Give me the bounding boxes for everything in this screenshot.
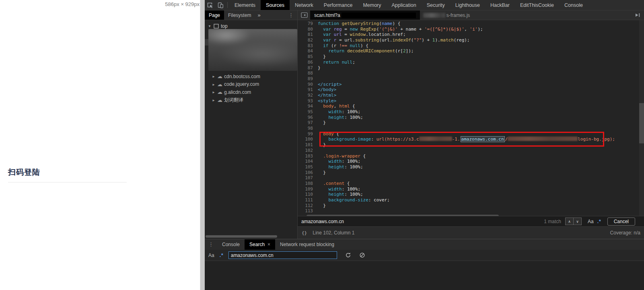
- inspect-element-icon[interactable]: [205, 0, 215, 10]
- code-line: 109 width: 100%;: [298, 186, 644, 192]
- code-text: if (r !== null) {: [318, 43, 368, 49]
- regex-toggle[interactable]: .*: [597, 219, 601, 224]
- tree-item-item[interactable]: ▸☁划词翻译: [205, 96, 297, 104]
- line-number[interactable]: 110: [298, 192, 318, 197]
- line-number[interactable]: 90: [298, 82, 318, 87]
- previous-match-button[interactable]: ∧: [565, 218, 574, 225]
- line-number[interactable]: 88: [298, 70, 318, 76]
- device-toolbar-icon[interactable]: [215, 0, 226, 10]
- line-number[interactable]: 100: [298, 137, 318, 142]
- line-number[interactable]: 101: [298, 142, 318, 148]
- line-number[interactable]: 104: [298, 159, 318, 164]
- tab-page[interactable]: Page: [205, 10, 224, 20]
- line-number[interactable]: 112: [298, 203, 318, 209]
- toolbar-tab-performance[interactable]: Performance: [319, 0, 358, 10]
- code-text: height: 100%;: [318, 192, 363, 197]
- find-input[interactable]: amazonaws.com.cn: [298, 219, 344, 224]
- panel-expand-icon[interactable]: [634, 12, 641, 18]
- tree-item-code-jquery-com[interactable]: ▸☁code.jquery.com: [205, 81, 297, 89]
- line-number[interactable]: 81: [298, 32, 318, 37]
- match-case-toggle[interactable]: Aa: [208, 253, 214, 258]
- line-number[interactable]: 93: [298, 98, 318, 104]
- line-number[interactable]: 94: [298, 104, 318, 109]
- editor-tab-scan-html[interactable]: scan.html?a: [310, 10, 420, 20]
- tree-item-cdn-bootcss-com[interactable]: ▸☁cdn.bootcss.com: [205, 72, 297, 81]
- line-number[interactable]: 106: [298, 170, 318, 176]
- toolbar-tab-editthiscookie[interactable]: EditThisCookie: [515, 0, 559, 10]
- editor-scrollbar-track[interactable]: [639, 20, 644, 216]
- toolbar-tab-network[interactable]: Network: [290, 0, 319, 10]
- cancel-button[interactable]: Cancel: [607, 218, 635, 226]
- redacted-blur: [508, 137, 578, 141]
- code-area[interactable]: 79function getQueryString(name) {80 var …: [298, 20, 644, 216]
- line-number[interactable]: 109: [298, 186, 318, 192]
- line-number[interactable]: 80: [298, 27, 318, 32]
- page-scrollbar[interactable]: [200, 0, 205, 290]
- line-number[interactable]: 79: [298, 21, 318, 27]
- toolbar-tab-security[interactable]: Security: [422, 0, 450, 10]
- editor-scrollbar-thumb[interactable]: [639, 103, 644, 143]
- toolbar-tab-console[interactable]: Console: [559, 0, 588, 10]
- line-number[interactable]: 91: [298, 87, 318, 93]
- drawer-tab-network-request-blocking[interactable]: Network request blocking: [275, 239, 339, 250]
- more-tabs-icon[interactable]: »: [255, 12, 263, 18]
- code-text: width: 100%;: [318, 186, 360, 192]
- chevron-right-icon[interactable]: ▸: [212, 74, 216, 79]
- line-number[interactable]: 103: [298, 153, 318, 159]
- line-number[interactable]: 92: [298, 93, 318, 98]
- drawer-tab-console[interactable]: Console: [217, 239, 245, 250]
- code-text: height: 100%;: [318, 164, 363, 170]
- regex-toggle[interactable]: .*: [220, 253, 224, 258]
- chevron-right-icon[interactable]: ▸: [212, 82, 216, 87]
- search-input[interactable]: [228, 251, 337, 259]
- devtools-panel-tabs: ElementsSourcesNetworkPerformanceMemoryA…: [229, 0, 588, 10]
- drawer-menu-icon[interactable]: ⋮: [205, 242, 217, 246]
- toolbar-tab-application[interactable]: Application: [387, 0, 422, 10]
- tree-item-g-alicdn-com[interactable]: ▸☁g.alicdn.com: [205, 88, 297, 96]
- clear-block-icon[interactable]: [359, 252, 365, 258]
- chevron-down-icon[interactable]: ▾: [208, 24, 212, 28]
- next-match-button[interactable]: ∨: [573, 218, 582, 225]
- devtools-drawer: ⋮ ConsoleSearch×Network request blocking…: [205, 239, 644, 290]
- close-icon[interactable]: ×: [267, 242, 270, 247]
- refresh-icon[interactable]: [345, 252, 351, 258]
- toolbar-tab-lighthouse[interactable]: Lighthouse: [450, 0, 485, 10]
- line-number[interactable]: 97: [298, 120, 318, 126]
- chevron-right-icon[interactable]: ▸: [212, 90, 216, 94]
- code-text: width: 100%;: [318, 109, 360, 115]
- pretty-print-icon[interactable]: {}: [302, 230, 307, 236]
- chevron-right-icon[interactable]: ▸: [212, 98, 216, 102]
- redacted-text-block: [423, 13, 445, 18]
- line-number[interactable]: 89: [298, 76, 318, 82]
- drawer-tab-search[interactable]: Search×: [245, 239, 275, 250]
- line-number[interactable]: 98: [298, 126, 318, 131]
- match-case-toggle[interactable]: Aa: [588, 219, 594, 224]
- overflow-menu-icon[interactable]: ⋮: [285, 13, 297, 17]
- line-number[interactable]: 96: [298, 115, 318, 120]
- line-number[interactable]: 102: [298, 148, 318, 153]
- line-number[interactable]: 111: [298, 197, 318, 203]
- sidebar-header: Page Filesystem » ⋮: [205, 10, 298, 20]
- line-number[interactable]: 83: [298, 43, 318, 49]
- editor-tab-frames-js[interactable]: s-frames.js: [420, 10, 473, 20]
- code-text: function getQueryString(name) {: [318, 21, 400, 27]
- line-number[interactable]: 107: [298, 175, 318, 181]
- line-number[interactable]: 113: [298, 208, 318, 214]
- toolbar-tab-sources[interactable]: Sources: [261, 0, 290, 10]
- line-number[interactable]: 86: [298, 60, 318, 65]
- redacted-text-block: [342, 12, 416, 18]
- line-number[interactable]: 95: [298, 109, 318, 115]
- line-number[interactable]: 87: [298, 65, 318, 71]
- line-number[interactable]: 82: [298, 37, 318, 43]
- line-number[interactable]: 108: [298, 181, 318, 186]
- line-number[interactable]: 99: [298, 131, 318, 137]
- toolbar-tab-hackbar[interactable]: HackBar: [485, 0, 515, 10]
- hide-navigator-icon[interactable]: [301, 12, 308, 18]
- line-number[interactable]: 85: [298, 54, 318, 60]
- toolbar-tab-memory[interactable]: Memory: [358, 0, 386, 10]
- sidebar-horizontal-scrollbar[interactable]: [206, 235, 277, 238]
- tab-filesystem[interactable]: Filesystem: [224, 10, 255, 20]
- toolbar-tab-elements[interactable]: Elements: [229, 0, 261, 10]
- line-number[interactable]: 105: [298, 164, 318, 170]
- line-number[interactable]: 84: [298, 48, 318, 54]
